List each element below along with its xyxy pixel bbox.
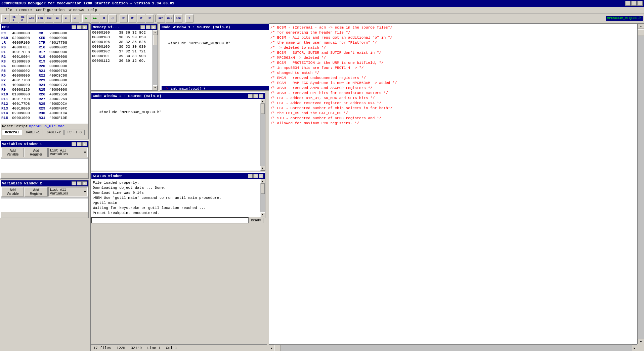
status-scroll-track[interactable] — [260, 184, 265, 212]
minimize-btn[interactable]: _ — [625, 1, 631, 6]
status-content: File loaded properly. Downloading object… — [91, 179, 265, 217]
vars2-minimize-btn[interactable]: _ — [72, 181, 76, 185]
menu-windows[interactable]: Windows — [67, 7, 86, 13]
bottom-scroll-right-btn[interactable]: ► — [632, 345, 637, 351]
toolbar-sep4 — [184, 15, 184, 22]
memory-scroll-thumb[interactable] — [153, 35, 157, 45]
toolbar-rsm-btn[interactable]: RSM — [36, 14, 44, 23]
vars2-close-btn[interactable]: ✕ — [82, 181, 87, 185]
toolbar-step3-btn[interactable]: ⟳ — [137, 14, 145, 23]
status-input[interactable] — [91, 217, 249, 223]
vars2-list-all-dropdown[interactable]: List All Variables ▼ — [48, 187, 88, 196]
cpu-minimize-btn[interactable]: _ — [72, 25, 76, 29]
toolbar-run2-btn[interactable]: ▶▶ — [91, 14, 99, 23]
toolbar-hl2-btn[interactable]: HL2 — [19, 14, 27, 23]
menu-help[interactable]: Help — [86, 7, 99, 13]
toolbar-step1-btn[interactable]: ⟳ — [120, 14, 128, 23]
status-scroll-thumb[interactable] — [261, 184, 265, 194]
code2-scroll-down-btn[interactable]: ▼ — [260, 166, 265, 171]
source-line-1: /* ECSM - (Internal - acm -> ecsm in the… — [270, 25, 636, 30]
memory-row-7: 0000011236 39 1269. — [91, 58, 153, 63]
vars2-restore-btn[interactable]: □ — [77, 181, 82, 185]
cpu-reg-row-r15: R1500001000R314000F10E — [1, 116, 88, 120]
toolbar-back-btn[interactable]: ◄ — [1, 14, 9, 23]
app-title: JCDPPCNEXUS Debugger for CodeWarrior 128… — [1, 1, 174, 5]
toolbar-run-btn[interactable]: ▶ — [82, 14, 90, 23]
maximize-btn[interactable]: □ — [631, 1, 637, 6]
code2-scroll-up-btn[interactable]: ▲ — [260, 99, 265, 104]
bottom-scroll-track[interactable] — [274, 345, 632, 351]
toolbar-hl4-btn[interactable]: HL — [62, 14, 71, 23]
vars1-close-btn[interactable]: ✕ — [82, 142, 87, 146]
right-scroll-track[interactable] — [638, 29, 644, 339]
memory-scroll-track[interactable] — [153, 35, 158, 85]
status-scroll-down-btn[interactable]: ▼ — [260, 212, 265, 217]
toolbar-reset-btn[interactable]: ↺ — [109, 14, 117, 23]
tab-64bit1[interactable]: 64BIT-1 — [23, 130, 43, 135]
cpu-close-btn[interactable]: ✕ — [82, 25, 87, 29]
cpu-reg-row-r0: R04000F0EER1600000002 — [1, 45, 88, 50]
tab-pcfifo[interactable]: PC FIFO — [65, 130, 85, 135]
vars2-add-register-btn[interactable]: Add Register — [25, 187, 47, 196]
main-content: CPU _ □ ✕ PC40000000CR20000000 MSR020000… — [0, 24, 644, 351]
menu-configuration[interactable]: Configuration — [34, 7, 67, 13]
right-scroll-up-btn[interactable]: ▲ — [638, 24, 644, 29]
code2-restore-btn[interactable]: □ — [253, 94, 258, 98]
toolbar-asm-btn[interactable]: ASM — [28, 14, 36, 23]
vars1-minimize-btn[interactable]: _ — [72, 142, 76, 146]
status-scroll-up-btn[interactable]: ▲ — [260, 179, 265, 184]
vars2-add-variable-btn[interactable]: Add Variable — [1, 187, 24, 196]
tab-64bit2[interactable]: 64BIT-2 — [44, 130, 64, 135]
memory-scroll-down-btn[interactable]: ▼ — [153, 85, 158, 90]
menu-file[interactable]: File — [1, 7, 14, 13]
app-title-bar: JCDPPCNEXUS Debugger for CodeWarrior 128… — [0, 0, 644, 7]
bottom-scroll-thumb[interactable] — [274, 345, 281, 351]
status-minimize-btn[interactable]: _ — [248, 174, 253, 178]
vars1-list-all-dropdown[interactable]: List All Variables ▼ — [48, 148, 88, 157]
toolbar-mmu-btn[interactable]: MMU — [166, 14, 174, 23]
status-titlebar: Status Window _ □ ✕ — [91, 173, 265, 179]
vars1-restore-btn[interactable]: □ — [77, 142, 82, 146]
toolbar-spr-btn[interactable]: SPR — [174, 14, 182, 23]
cpu-restore-btn[interactable]: □ — [77, 25, 82, 29]
status-col: Col 1 — [166, 346, 177, 350]
bottom-scroll-left-btn[interactable]: ◄ — [269, 345, 274, 351]
toolbar-step4-btn[interactable]: ⟳ — [146, 14, 154, 23]
right-scroll-thumb[interactable] — [638, 29, 644, 36]
status-restore-btn[interactable]: □ — [253, 174, 258, 178]
menu-bar: File Execute Configuration Windows Help — [0, 7, 644, 13]
cpu-reg-row-lr: LR4000F100CTR40017708 — [1, 40, 88, 45]
memory-scroll-up-btn[interactable]: ▲ — [153, 30, 158, 35]
menu-execute[interactable]: Execute — [14, 7, 34, 13]
toolbar-hl3-btn[interactable]: HL — [54, 14, 62, 23]
toolbar-hl1-btn[interactable]: HL1 — [10, 14, 18, 23]
vars1-add-variable-btn[interactable]: Add Variable — [1, 148, 24, 157]
close-btn[interactable]: ✕ — [637, 1, 643, 6]
code2-line-1: #include "MPC5634M_MLQC80.h" — [93, 110, 259, 115]
code2-scroll-track[interactable] — [260, 104, 265, 166]
memory-restore-btn[interactable]: □ — [146, 25, 151, 29]
code2-minimize-btn[interactable]: _ — [248, 94, 253, 98]
toolbar-help-btn[interactable]: ? — [185, 14, 194, 23]
status-files: 17 files — [93, 346, 111, 350]
memory-close-btn[interactable]: ✕ — [151, 25, 156, 29]
status-close-btn[interactable]: ✕ — [259, 174, 263, 178]
vars1-titlebar: Variables Window 1 _ □ ✕ — [1, 141, 88, 147]
toolbar-hl5-btn[interactable]: HL — [71, 14, 79, 23]
source-line-11: /* EMCM - removed undocumented registers… — [270, 76, 636, 81]
code2-close-btn[interactable]: ✕ — [259, 94, 263, 98]
memory-minimize-btn[interactable]: _ — [140, 25, 145, 29]
code2-scroll-thumb[interactable] — [261, 104, 265, 114]
tab-general[interactable]: General — [2, 130, 22, 135]
toolbar-step2-btn[interactable]: ⟳ — [128, 14, 136, 23]
vars1-add-register-btn[interactable]: Add Register — [25, 148, 47, 157]
right-scroll-down-btn[interactable]: ▼ — [638, 339, 644, 344]
cpu-titlebar-buttons: _ □ ✕ — [72, 25, 87, 29]
source-panel: /* ECSM - (Internal - acm -> ecsm in the… — [269, 24, 637, 344]
toolbar-pause-btn[interactable]: ⏸ — [100, 14, 108, 23]
toolbar-rec-btn[interactable]: REC — [157, 14, 165, 23]
memory-row-1: 0000010038 36 32862 — [91, 30, 153, 35]
toolbar-asm2-btn[interactable]: ASM — [45, 14, 53, 23]
code2-title: Code Window 2 : Source (main.c) — [93, 94, 162, 98]
dropdown-arrow2-icon: ▼ — [84, 190, 86, 194]
